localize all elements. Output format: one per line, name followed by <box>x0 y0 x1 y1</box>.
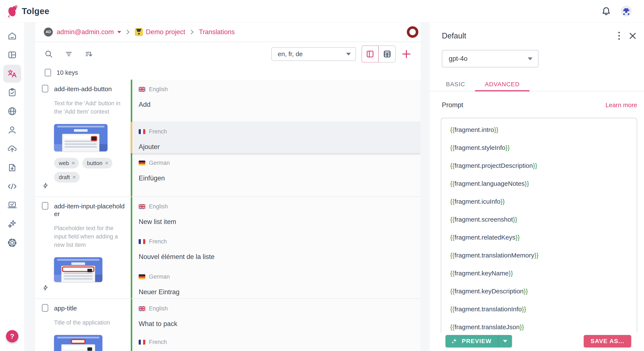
sidebar-item-integrate[interactable] <box>3 177 21 195</box>
sidebar-item-members[interactable] <box>3 121 21 139</box>
key-row: add-item-add-button Text for the 'Add' b… <box>35 80 420 196</box>
sort-icon[interactable] <box>84 49 93 58</box>
key-row: add-item-input-placeholder Placeholder t… <box>35 196 420 299</box>
translation-cell-french[interactable]: French Nouvel élément de la liste <box>131 232 420 267</box>
sidebar-item-projects[interactable] <box>3 46 21 64</box>
key-checkbox[interactable] <box>42 85 48 92</box>
columns-view-icon <box>365 49 375 59</box>
key-name[interactable]: app-title <box>54 304 128 312</box>
prompt-label: Prompt <box>442 101 463 109</box>
machine-translate-icon[interactable] <box>42 182 50 190</box>
translation-cell-english[interactable]: English Add <box>131 80 420 122</box>
key-description: Text for the 'Add' button in the 'Add It… <box>54 99 124 116</box>
panel-footer: PREVIEW SAVE AS... <box>430 332 644 351</box>
translations-view: AD admin@admin.com Demo project Translat… <box>35 22 420 351</box>
sidebar-item-export[interactable] <box>3 159 21 177</box>
help-button[interactable]: ? <box>6 330 18 343</box>
prompt-fragment[interactable]: {{fragment.icuInfo}} <box>450 198 632 216</box>
breadcrumb-project[interactable]: Demo project <box>146 28 185 36</box>
tolgee-logo[interactable]: Tolgee <box>6 4 49 18</box>
chevron-down-icon <box>346 53 351 55</box>
flag-fr-icon <box>139 340 145 345</box>
translation-cell-english[interactable]: English What to pack <box>131 299 420 333</box>
table-view-button[interactable] <box>378 45 396 62</box>
table-view-icon <box>382 49 392 59</box>
tag-remove-icon[interactable]: × <box>72 174 76 181</box>
machine-translate-icon[interactable] <box>42 284 50 293</box>
save-as-button[interactable]: SAVE AS... <box>584 335 631 347</box>
sidebar-item-ai[interactable] <box>3 215 21 233</box>
prompt-fragment[interactable]: {{fragment.relatedKeys}} <box>450 234 632 252</box>
prompt-fragment[interactable]: {{fragment.projectDescription}} <box>450 162 632 180</box>
translation-cell-german[interactable]: German Einfügen <box>131 153 420 196</box>
tag[interactable]: web× <box>54 158 79 168</box>
flag-gb-icon <box>139 87 145 92</box>
more-options-icon[interactable] <box>618 31 620 40</box>
notifications-bell-icon[interactable] <box>601 6 611 16</box>
filter-icon[interactable] <box>64 49 73 58</box>
list-toolbar: en, fr, de <box>35 42 420 66</box>
screenshot-thumbnail[interactable] <box>54 335 102 351</box>
app-title: Tolgee <box>22 6 49 16</box>
translation-cell-german[interactable]: German Neuer Eintrag <box>131 267 420 299</box>
prompt-fragment[interactable]: {{fragment.translationMemory}} <box>450 252 632 270</box>
sidebar-item-developer[interactable] <box>3 196 21 214</box>
screenshot-thumbnail[interactable] <box>54 124 108 151</box>
prompt-fragment[interactable]: {{fragment.intro}} <box>450 126 632 144</box>
tag-remove-icon[interactable]: × <box>105 160 108 167</box>
project-avatar <box>135 28 143 36</box>
sidebar-item-home[interactable] <box>3 27 21 45</box>
tab-advanced[interactable]: ADVANCED <box>475 78 530 91</box>
select-all-checkbox[interactable] <box>45 69 51 76</box>
key-checkbox[interactable] <box>42 202 48 210</box>
sidebar-item-settings[interactable] <box>3 234 21 252</box>
translation-value: Einfügen <box>139 174 420 182</box>
user-avatar[interactable] <box>621 6 632 16</box>
chevron-right-icon <box>190 29 194 35</box>
prompt-fragment[interactable]: {{fragment.languageNotes}} <box>450 180 632 198</box>
sidebar-item-tasks[interactable] <box>3 83 21 101</box>
prompt-fragment[interactable]: {{fragment.screenshot}} <box>450 216 632 234</box>
flag-gb-icon <box>139 306 145 311</box>
key-checkbox[interactable] <box>42 304 48 312</box>
key-name[interactable]: add-item-add-button <box>54 85 128 93</box>
breadcrumb: AD admin@admin.com Demo project Translat… <box>35 22 420 42</box>
screenshot-thumbnail[interactable] <box>54 257 102 282</box>
tag-remove-icon[interactable]: × <box>72 160 75 167</box>
sidebar-item-import[interactable] <box>3 140 21 158</box>
sidebar-item-translations[interactable] <box>3 65 21 83</box>
org-avatar[interactable]: AD <box>44 27 53 36</box>
tag[interactable]: draft× <box>54 172 80 183</box>
task-progress-ring[interactable] <box>407 26 418 38</box>
tag[interactable]: button× <box>82 158 112 168</box>
preview-dropdown-button[interactable] <box>498 335 512 347</box>
translation-cell-english[interactable]: English New list item <box>131 197 420 232</box>
key-cell: add-item-add-button Text for the 'Add' b… <box>35 80 131 196</box>
model-select[interactable]: gpt-4o <box>442 50 538 67</box>
tab-basic[interactable]: BASIC <box>436 78 475 91</box>
question-mark-icon: ? <box>10 333 14 340</box>
keys-count-label: 10 keys <box>56 69 78 76</box>
prompt-fragment[interactable]: {{fragment.styleInfo}} <box>450 144 632 162</box>
translation-cell-french[interactable]: French Ajouter <box>131 122 420 153</box>
prompt-editor[interactable]: {{fragment.intro}} {{fragment.styleInfo}… <box>441 118 637 351</box>
search-icon[interactable] <box>44 49 53 58</box>
preview-button[interactable]: PREVIEW <box>446 335 498 347</box>
key-name[interactable]: add-item-input-placeholder <box>54 202 128 218</box>
add-key-button[interactable] <box>401 49 412 59</box>
key-description: Title of the application <box>54 319 124 327</box>
side-by-side-view-button[interactable] <box>362 45 378 62</box>
translation-cell-french[interactable]: French <box>131 333 420 351</box>
key-row: app-title Title of the application Engli… <box>35 299 420 351</box>
prompt-fragment[interactable]: {{fragment.keyDescription}} <box>450 287 632 305</box>
key-cell: app-title Title of the application <box>35 299 131 351</box>
prompt-fragment[interactable]: {{fragment.translationInfo}} <box>450 305 632 323</box>
sidebar-item-languages[interactable] <box>3 102 21 120</box>
close-icon[interactable] <box>629 32 636 39</box>
breadcrumb-user[interactable]: admin@admin.com <box>56 28 121 36</box>
prompt-fragment[interactable]: {{fragment.keyName}} <box>450 270 632 287</box>
languages-select[interactable]: en, fr, de <box>271 47 356 61</box>
flag-gb-icon <box>139 204 145 209</box>
learn-more-link[interactable]: Learn more <box>606 102 637 109</box>
flag-fr-icon <box>139 239 145 244</box>
